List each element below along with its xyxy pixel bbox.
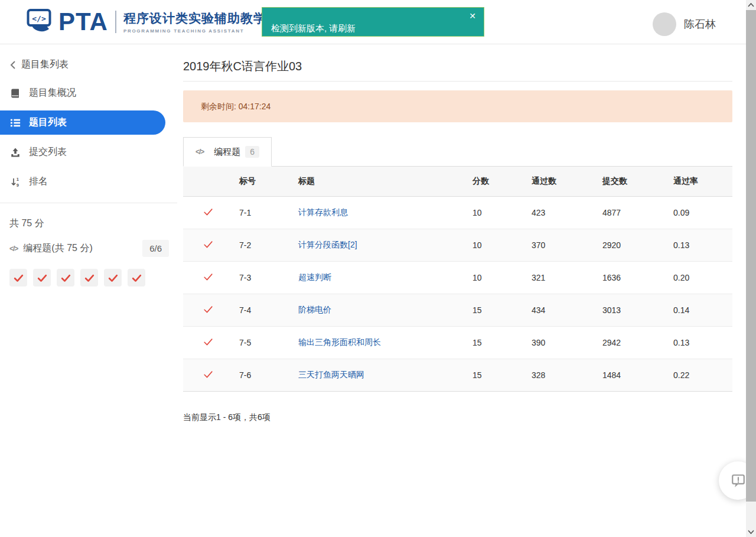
- table-row: 7-3超速判断1032116360.20: [183, 261, 732, 294]
- check-icon: [203, 369, 214, 380]
- problem-link[interactable]: 输出三角形面积和周长: [298, 337, 381, 347]
- problem-id: 7-2: [233, 229, 298, 261]
- solved-check-icon: [203, 275, 214, 284]
- problem-submitted: 3013: [602, 294, 673, 326]
- problem-passed: 370: [532, 229, 602, 261]
- sidebar-solved-checks: [9, 269, 177, 287]
- problem-link[interactable]: 三天打鱼两天晒网: [298, 370, 364, 379]
- close-icon[interactable]: ✕: [469, 12, 476, 20]
- code-icon: </>: [9, 245, 18, 253]
- check-icon: [13, 272, 24, 284]
- sidebar-item-overview[interactable]: 题目集概况: [0, 81, 177, 105]
- check-icon: [107, 272, 119, 284]
- sidebar-item-label: 排名: [29, 175, 48, 188]
- upload-icon: [9, 147, 21, 158]
- problem-rate: 0.13: [673, 229, 732, 261]
- sidebar-item-label: 题目列表: [29, 116, 67, 129]
- check-icon: [203, 336, 214, 347]
- update-toast: 检测到新版本, 请刷新 ✕: [262, 7, 484, 37]
- problem-id: 7-6: [233, 359, 298, 391]
- solved-problem-check[interactable]: [9, 269, 27, 287]
- solved-problem-check[interactable]: [128, 269, 145, 287]
- problem-passed: 434: [532, 294, 602, 326]
- page-title: 2019年秋C语言作业03: [183, 59, 732, 73]
- sidebar-item-problem-list[interactable]: 题目列表: [0, 110, 165, 135]
- problem-table-body: 7-1计算存款利息1042348770.097-2计算分段函数[2]103702…: [183, 196, 732, 391]
- column-header-passed: 通过数: [532, 167, 602, 196]
- svg-text:</>: </>: [32, 14, 46, 23]
- sidebar: 题目集列表 题目集概况: [0, 44, 177, 537]
- problem-rate: 0.14: [673, 294, 732, 326]
- problem-passed: 321: [532, 261, 602, 294]
- check-icon: [203, 206, 214, 217]
- table-row: 7-5输出三角形面积和周长1539029420.13: [183, 326, 732, 359]
- sidebar-item-label: 提交列表: [29, 146, 67, 158]
- user-menu[interactable]: 陈石林: [653, 12, 716, 36]
- chevron-down-icon: [748, 530, 754, 534]
- sidebar-divider: [0, 203, 177, 203]
- chevron-up-icon: [748, 3, 754, 7]
- sidebar-item-ranking[interactable]: 1 9 排名: [0, 170, 177, 194]
- solved-problem-check[interactable]: [80, 269, 98, 287]
- section-progress-row: </> 编程题(共 75 分) 6/6: [9, 240, 169, 257]
- logo-subtitle-cn: 程序设计类实验辅助教学平: [123, 10, 279, 27]
- table-row: 7-4阶梯电价1543430130.14: [183, 294, 732, 326]
- solved-check-icon: [203, 372, 214, 382]
- problem-link[interactable]: 计算分段函数[2]: [298, 240, 357, 249]
- brand-text: PTA: [58, 9, 108, 34]
- problem-id: 7-1: [233, 196, 298, 229]
- pta-logo[interactable]: </> PTA 程序设计类实验辅助教学平 PROGRAMMING TEACHIN…: [27, 8, 279, 35]
- list-icon: [9, 117, 21, 129]
- avatar[interactable]: [653, 12, 676, 36]
- problem-link[interactable]: 阶梯电价: [298, 305, 331, 314]
- check-icon: [37, 272, 48, 284]
- progress-badge: 6/6: [142, 240, 169, 257]
- solved-check-icon: [203, 242, 214, 252]
- problem-score: 10: [472, 229, 532, 261]
- sidebar-item-submissions[interactable]: 提交列表: [0, 140, 177, 164]
- check-icon: [203, 239, 214, 250]
- problem-passed: 423: [532, 196, 602, 229]
- code-bubble-icon: </>: [27, 8, 54, 35]
- problem-score: 15: [472, 359, 532, 391]
- problem-rate: 0.09: [673, 196, 732, 229]
- problem-link[interactable]: 超速判断: [298, 272, 331, 282]
- column-header-score: 分数: [472, 167, 532, 196]
- scroll-up-button[interactable]: [746, 0, 756, 10]
- problem-score: 10: [472, 196, 532, 229]
- check-icon: [84, 272, 95, 284]
- title-divider: [183, 81, 732, 82]
- problem-score: 10: [472, 261, 532, 294]
- back-to-problem-sets[interactable]: 题目集列表: [9, 58, 177, 71]
- scroll-down-button[interactable]: [746, 527, 756, 537]
- problem-rate: 0.13: [673, 326, 732, 359]
- tab-programming[interactable]: </> 编程题 6: [183, 137, 272, 167]
- problem-passed: 390: [532, 326, 602, 359]
- solved-problem-check[interactable]: [104, 269, 122, 287]
- chevron-left-icon: [9, 60, 16, 70]
- tab-count-badge: 6: [245, 146, 259, 158]
- problem-submitted: 1484: [602, 359, 673, 391]
- solved-problem-check[interactable]: [33, 269, 51, 287]
- check-icon: [203, 271, 214, 282]
- tab-label: 编程题: [214, 147, 240, 158]
- logo-separator: [115, 11, 116, 33]
- check-icon: [203, 304, 214, 315]
- problem-link[interactable]: 计算存款利息: [298, 207, 348, 217]
- table-header-row: 标号 标题 分数 通过数 提交数 通过率: [183, 167, 732, 196]
- section-label: 编程题(共 75 分): [23, 242, 92, 255]
- book-icon: [9, 87, 21, 99]
- solved-problem-check[interactable]: [57, 269, 74, 287]
- total-score-label: 共 75 分: [9, 217, 177, 230]
- sidebar-nav: 题目集概况 题目列表: [0, 81, 177, 194]
- problem-id: 7-3: [233, 261, 298, 294]
- svg-text:9: 9: [17, 182, 19, 187]
- scrollbar-thumb[interactable]: [746, 10, 756, 502]
- solved-check-icon: [203, 307, 214, 317]
- check-icon: [60, 272, 71, 284]
- vertical-scrollbar[interactable]: [746, 0, 756, 537]
- column-header-title: 标题: [298, 167, 472, 196]
- page: </> PTA 程序设计类实验辅助教学平 PROGRAMMING TEACHIN…: [0, 0, 756, 537]
- problem-score: 15: [472, 294, 532, 326]
- problem-submitted: 2920: [602, 229, 673, 261]
